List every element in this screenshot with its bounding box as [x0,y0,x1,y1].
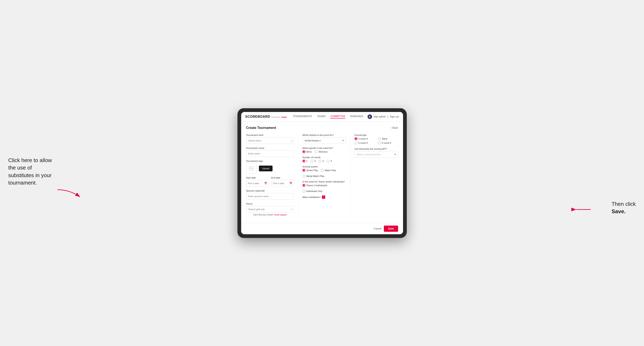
tablet-screen: SCOREBOARD Powered by clippd TOURNAMENTS… [241,112,403,234]
end-date-field: End date 📅 [271,176,294,187]
venue-input[interactable] [246,206,294,213]
womens-radio[interactable] [315,150,318,153]
logo-area: SCOREBOARD Powered by clippd [245,115,287,119]
annotation-left: Click here to allow the use of substitut… [8,157,58,187]
nav-right: B blair admin | Sign out [368,114,399,119]
logo-powered: Powered by clippd [271,116,287,118]
format-6count4[interactable]: 6 count 4 [354,142,375,144]
page-content: Create Tournament ‹ Back Tournament Host… [241,122,403,223]
medal-match-play-radio[interactable] [302,175,306,177]
round-1[interactable]: 1 [302,160,308,163]
start-date-field: Start date 📅 [246,176,269,187]
scoring-api-section: Use third-party live scoring API? Select… [354,148,398,158]
email-support-link[interactable]: email support [274,214,287,216]
annotation-right: Then click Save. [612,200,636,215]
gender-radio-group: Mens Womens [302,150,346,153]
gender-mens[interactable]: Mens [302,150,312,153]
6count4-radio[interactable] [354,142,358,144]
allow-substitutes-checkbox[interactable]: ✓ [322,195,325,199]
logo-placeholder-box [246,163,256,173]
end-date-wrap: 📅 [271,180,294,187]
division-label: Which division is the event for? [302,134,346,136]
calendar-icon-end: 📅 [289,182,292,185]
nav-tournaments[interactable]: TOURNAMENTS [293,115,312,119]
round2-radio[interactable] [310,160,314,163]
tournament-logo-section: Tournament logo Upload [246,160,294,173]
allow-substitutes-label: Allow substitutes? [302,196,321,198]
tablet-frame: SCOREBOARD Powered by clippd TOURNAMENTS… [238,108,407,238]
venue-help: Can't find your venue? email support [246,214,294,216]
calendar-icon-start: 📅 [264,182,267,185]
5count4-radio[interactable] [354,137,358,140]
scoring-service-select[interactable]: Select a scoring service [354,151,398,158]
gender-section: Which gender is the event for? Mens Wome… [302,147,346,153]
gender-womens[interactable]: Womens [315,150,328,153]
match-play-radio[interactable] [321,169,324,172]
nav-teams[interactable]: TEAMS [317,115,326,119]
nav-separator: | [387,115,388,118]
format-other[interactable]: Other [378,137,398,140]
logo-upload-area: Upload [246,163,294,173]
round4-radio[interactable] [327,160,330,163]
format-type-section: Format type 5 count 4 Other [354,134,398,144]
user-avatar: B [368,114,372,119]
tournament-host-input[interactable] [246,137,294,144]
page-title: Create Tournament [246,126,276,130]
round1-radio[interactable] [302,160,306,163]
round3-radio[interactable] [318,160,322,163]
stroke-play-radio[interactable] [302,169,306,172]
nav-bar: SCOREBOARD Powered by clippd TOURNAMENTS… [241,112,403,122]
mens-radio[interactable] [302,150,306,153]
sign-out-link[interactable]: Sign out [390,115,399,118]
tournament-host-section: Tournament Host ▾ [246,134,294,144]
tournament-name-input[interactable] [246,150,294,157]
other-radio[interactable] [378,137,381,140]
match-play[interactable]: Match Play [321,169,336,172]
tournament-logo-label: Tournament logo [246,160,294,162]
sponsor-label: Sponsor (optional) [246,189,294,192]
venue-label: Venue [246,202,294,205]
arrow-right-indicator [574,205,591,214]
stroke-play[interactable]: Stroke Play [302,169,318,172]
date-row: Start date 📅 End date 📅 [246,176,294,187]
image-icon [249,166,254,171]
format-5count4[interactable]: 5 count 4 [354,137,375,140]
search-icon: ▾ [291,139,292,142]
scoring-radio-group: Stroke Play Match Play Medal Match Play [302,169,346,177]
scoring-section: Scoring system Stroke Play Match Play [302,165,346,177]
venue-dropdown-icon: ▾ [291,208,292,210]
user-label: blair admin [374,115,386,118]
upload-button[interactable]: Upload [259,166,273,171]
cancel-button[interactable]: Cancel [374,227,381,230]
medal-match-play[interactable]: Medal Match Play [302,175,324,177]
event-type-section: Is this event for Teams and/or Individua… [302,180,346,192]
individuals-only-radio[interactable] [302,190,306,192]
6count5-radio[interactable] [378,142,381,144]
sponsor-input[interactable] [246,193,294,200]
tournament-host-label: Tournament Host [246,134,294,136]
round-2[interactable]: 2 [310,160,316,163]
allow-substitutes-row: Allow substitutes? ✓ [302,195,346,199]
round-4[interactable]: 4 [327,160,332,163]
back-link[interactable]: ‹ Back [391,126,398,129]
rounds-section: Number of rounds 1 2 [302,156,346,163]
format-type-label: Format type [354,134,398,136]
gender-label: Which gender is the event for? [302,147,346,149]
start-date-wrap: 📅 [246,180,269,187]
scoring-api-label: Use third-party live scoring API? [354,148,398,150]
event-type-label: Is this event for Teams and/or Individua… [302,180,346,183]
individuals-only[interactable]: Individuals Only [302,190,322,192]
logo-scoreboard: SCOREBOARD [245,115,270,119]
round-3[interactable]: 3 [318,160,324,163]
teams-radio[interactable] [302,184,306,187]
scoring-label: Scoring system [302,165,346,168]
nav-rankings[interactable]: RANKINGS [350,115,363,119]
form-footer: Cancel Save [241,223,403,234]
division-select[interactable]: NCAA Division I [302,137,346,144]
nav-committee[interactable]: COMMITTEE [330,115,345,119]
format-6count5[interactable]: 6 count 5 [378,142,398,144]
save-button[interactable]: Save [384,226,398,232]
teams-individuals[interactable]: Teams (+Individuals) [302,184,327,187]
start-date-label: Start date [246,176,269,179]
rounds-radio-group: 1 2 3 [302,160,346,163]
